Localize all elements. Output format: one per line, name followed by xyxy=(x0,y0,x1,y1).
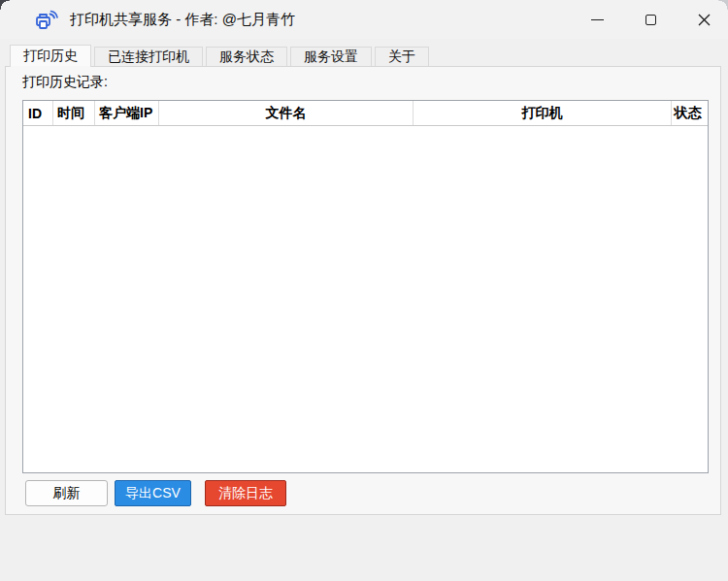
history-section-label: 打印历史记录: xyxy=(22,74,108,91)
tab-service-status[interactable]: 服务状态 xyxy=(206,47,287,66)
column-header-printer[interactable]: 打印机 xyxy=(414,101,672,125)
tab-print-history[interactable]: 打印历史 xyxy=(10,45,91,67)
export-csv-button[interactable]: 导出CSV xyxy=(115,480,191,506)
footer-bar: http://192.168.50.219:8888 复制地址 已运行: 9秒 xyxy=(0,515,728,581)
tab-service-settings[interactable]: 服务设置 xyxy=(290,47,372,66)
maximize-button[interactable] xyxy=(629,0,673,39)
minimize-icon xyxy=(591,19,604,20)
printer-wifi-icon xyxy=(33,9,58,32)
tab-label: 打印历史 xyxy=(23,48,78,65)
tab-label: 服务设置 xyxy=(304,48,358,66)
column-header-status[interactable]: 状态 xyxy=(672,101,704,125)
minimize-button[interactable] xyxy=(576,0,619,39)
title-bar: 打印机共享服务 - 作者: @七月青竹 xyxy=(0,0,728,39)
column-header-time[interactable]: 时间 xyxy=(53,101,95,125)
refresh-button[interactable]: 刷新 xyxy=(25,480,108,506)
table-body-empty[interactable] xyxy=(23,126,708,472)
print-history-page: 打印历史记录: ID 时间 客户端IP 文件名 打印机 状态 刷新 导出CSV … xyxy=(5,66,721,515)
tab-strip: 打印历史 已连接打印机 服务状态 服务设置 关于 xyxy=(10,45,429,67)
column-header-id[interactable]: ID xyxy=(23,101,53,125)
column-header-client-ip[interactable]: 客户端IP xyxy=(95,101,159,125)
table-header-row: ID 时间 客户端IP 文件名 打印机 状态 xyxy=(23,101,708,126)
window-title: 打印机共享服务 - 作者: @七月青竹 xyxy=(70,0,295,39)
app-window: 打印机共享服务 - 作者: @七月青竹 打印历史 已连接打印机 服务状态 服务设… xyxy=(0,0,728,581)
close-icon xyxy=(698,14,711,26)
print-history-table: ID 时间 客户端IP 文件名 打印机 状态 xyxy=(22,100,709,473)
tab-label: 服务状态 xyxy=(219,48,274,66)
clear-log-button[interactable]: 清除日志 xyxy=(205,480,286,506)
window-corner-artifact xyxy=(0,0,10,10)
tab-label: 关于 xyxy=(388,48,415,66)
tab-connected-printers[interactable]: 已连接打印机 xyxy=(94,47,203,66)
tab-about[interactable]: 关于 xyxy=(375,47,429,66)
window-corner-artifact xyxy=(718,0,728,10)
tab-label: 已连接打印机 xyxy=(108,48,189,66)
column-header-filename[interactable]: 文件名 xyxy=(159,101,414,125)
maximize-icon xyxy=(645,15,656,25)
